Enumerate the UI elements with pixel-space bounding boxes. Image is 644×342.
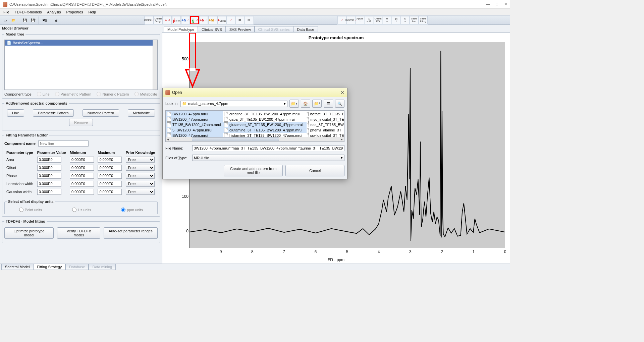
param-prior-select[interactable]: Free	[126, 173, 155, 179]
file-item[interactable]: myo_inositol_3T_TE135_BW12	[307, 117, 344, 122]
param-max-input[interactable]	[98, 173, 122, 179]
tree-scrollbar[interactable]	[153, 40, 157, 90]
file-item[interactable]: glutamine_3T_TE135_BW1200_47ppm.mrui	[223, 127, 307, 133]
param-value-input[interactable]	[37, 181, 61, 187]
filename-input[interactable]	[192, 145, 344, 151]
tree-item[interactable]: 📄 BasisSetSpectra...	[5, 40, 153, 46]
file-item[interactable]: phenyl_alanine_3T_TE135_BW	[307, 127, 344, 133]
optimize-button[interactable]: Optimize prototype model	[4, 227, 54, 239]
menu-properties[interactable]: Properties	[64, 9, 85, 15]
base-fitting-btn[interactable]: base-fitting	[419, 16, 428, 24]
mmb-btn[interactable]: +MMB	[217, 16, 226, 24]
btab-spectral[interactable]: Spectral Model	[1, 264, 33, 270]
param-pattern-button[interactable]: Parametric Pattern	[33, 109, 74, 117]
param-max-input[interactable]	[98, 181, 122, 187]
autoset-button[interactable]: Auto-set parameter ranges ..	[104, 227, 158, 239]
component-name-input[interactable]	[38, 140, 89, 147]
dialog-titlebar[interactable]: Open ✕	[163, 88, 347, 97]
param-value-input[interactable]	[37, 157, 61, 163]
phi-btn[interactable]: φ₀↕	[392, 16, 400, 24]
save-icon[interactable]: 💾	[21, 16, 29, 24]
open-icon[interactable]: 📂	[10, 16, 17, 24]
list-view-icon[interactable]: ☰	[324, 100, 333, 108]
scroll-right-icon[interactable]: ▸	[339, 137, 344, 141]
numeric-pattern-button[interactable]: Numeric Pattern	[83, 109, 119, 117]
radio-metab[interactable]: Metabolite	[135, 92, 157, 96]
scroll-thumb[interactable]	[192, 137, 279, 141]
add-n-blue-btn[interactable]: +N⩘	[181, 16, 190, 24]
radio-param[interactable]: Parametric Pattern	[55, 92, 92, 96]
file-item[interactable]: glutamate_3T_TE135_BW1200_47ppm.mrui	[223, 122, 307, 127]
metabolite-button[interactable]: Metabolite	[128, 109, 155, 117]
add-m-btn[interactable]: +M⩘	[208, 16, 217, 24]
file-list[interactable]: BW1200_47ppm.mruiBW1200_47ppm.mruiTE135_…	[165, 110, 344, 142]
btab-strategy[interactable]: Fitting Strategy	[33, 264, 65, 270]
file-item[interactable]: 5_BW1200_47ppm.mrui	[166, 127, 223, 133]
param-value-input[interactable]	[37, 165, 61, 171]
tab-svs-preview[interactable]: SVS Preview	[226, 26, 255, 33]
unit-point[interactable]: Point units	[19, 208, 42, 212]
menu-models[interactable]: TDFDFit-models	[13, 9, 44, 15]
btab-mining[interactable]: Data mining	[89, 264, 116, 270]
param-value-input[interactable]	[37, 173, 61, 179]
param-min-input[interactable]	[70, 157, 94, 163]
tab-model-prototype[interactable]: Model Prototype	[164, 26, 198, 33]
param-prior-select[interactable]: Free	[126, 157, 155, 163]
offset-fd-btn[interactable]: OffsetFD	[374, 16, 382, 24]
file-item[interactable]: gaba_3T_TE135_BW1200_47ppm.mrui	[223, 117, 307, 122]
up-folder-icon[interactable]: 📁↑	[289, 100, 299, 108]
add-n-green-btn[interactable]: + N⩘	[190, 16, 199, 24]
cancel-button[interactable]: Cancel	[285, 165, 344, 176]
xshift-btn[interactable]: Xshift	[365, 16, 373, 24]
new-folder-icon[interactable]: 📁*	[312, 100, 322, 108]
menu-help[interactable]: Help	[87, 9, 98, 15]
remove-button[interactable]: Remove	[69, 119, 93, 126]
menu-file[interactable]: File	[1, 9, 11, 15]
param-prior-select[interactable]: Free	[126, 189, 155, 195]
create-pattern-button[interactable]: Create and add pattern from mrui file	[224, 165, 283, 176]
param-max-input[interactable]	[98, 189, 122, 195]
omega-btn[interactable]: ω━	[401, 16, 410, 24]
baseline-btn[interactable]: base-line	[410, 16, 419, 24]
details-view-icon[interactable]: 🔍	[335, 100, 344, 108]
param-min-input[interactable]	[70, 173, 94, 179]
saveas-icon[interactable]: 💾'	[30, 16, 37, 24]
param-min-input[interactable]	[70, 181, 94, 187]
hlsvd-btn[interactable]: HLSVD⩘	[346, 16, 355, 24]
tab-database[interactable]: Data Base	[293, 26, 318, 33]
file-item[interactable]: TE135_BW1200_47ppm.mrui	[166, 122, 223, 127]
param-prior-select[interactable]: Free	[126, 181, 155, 187]
unit-hz[interactable]: Hz units	[72, 208, 91, 212]
tab-svs-series[interactable]: Clinical SVS-series	[255, 26, 293, 33]
line-add-btn[interactable]: +⩘	[163, 16, 172, 24]
home-icon[interactable]: 🏠	[301, 100, 310, 108]
filetype-select[interactable]: MRUI file ▾	[192, 155, 344, 161]
delete-icon[interactable]: ✖▯	[41, 16, 48, 24]
close-button[interactable]: ✕	[504, 2, 507, 6]
define-voigt-btn[interactable]: DefineVoigt	[154, 16, 163, 24]
param-max-input[interactable]	[98, 157, 122, 163]
dialog-close-icon[interactable]: ✕	[340, 90, 344, 95]
unit-ppm[interactable]: ppm units	[121, 208, 143, 212]
tab-clinical-svs[interactable]: Clinical SVS	[198, 26, 226, 33]
model-tree[interactable]: 📄 BasisSetSpectra...	[4, 40, 158, 90]
radio-numeric[interactable]: Numeric Pattern	[97, 92, 129, 96]
line-button[interactable]: Line	[7, 109, 24, 117]
look-in-combo[interactable]: 📁 matab_patterns_4.7ppm ▾	[180, 101, 287, 107]
minimize-button[interactable]: —	[486, 2, 490, 6]
list-btn[interactable]: ▤	[245, 16, 253, 24]
verify-button[interactable]: Verify TDFDFit model	[57, 227, 100, 239]
new-icon[interactable]: ▭	[1, 16, 9, 24]
param-min-input[interactable]	[70, 165, 94, 171]
file-item[interactable]: lactate_3T_TE135_BW1200_47	[307, 111, 344, 117]
param-value-input[interactable]	[37, 189, 61, 195]
menu-analysis[interactable]: Analysis	[45, 9, 63, 15]
file-item[interactable]: creatine_3T_TE135_BW1200_47ppm.mrui	[223, 111, 307, 117]
btab-database[interactable]: Database	[65, 264, 89, 270]
param-min-input[interactable]	[70, 189, 94, 195]
add-p-btn[interactable]: + P123	[172, 16, 181, 24]
maximize-button[interactable]: □	[496, 2, 498, 6]
zero-btn[interactable]: 0━	[383, 16, 391, 24]
add-n-red-btn[interactable]: +N⩘	[199, 16, 208, 24]
param-prior-select[interactable]: Free	[126, 165, 155, 171]
